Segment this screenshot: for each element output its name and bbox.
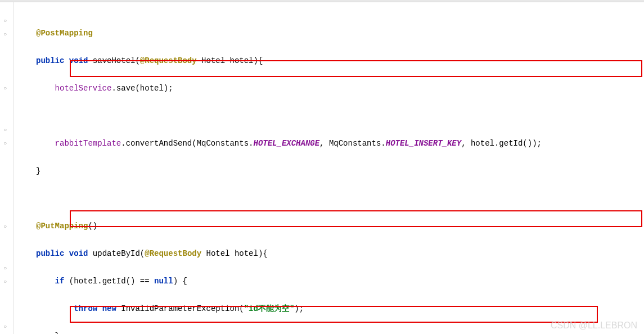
code-text: .convertAndSend(MqConstants. [121,139,253,148]
watermark: CSDN @LL.LEBRON [551,321,637,331]
annotation: @PutMapping [36,222,88,231]
annotation: @PostMapping [36,29,93,38]
code-text: (hotel.getId() == [64,277,154,286]
gutter-marker-icon: ○ [3,18,10,25]
brace: } [55,332,60,335]
keyword: null [154,277,173,286]
gutter-marker-icon: ○ [3,141,10,147]
field-ref: hotelService [55,84,112,93]
code-text: , hotel.getId()); [461,139,542,148]
code-text: updateById( [88,249,145,258]
field-ref: rabbitTemplate [55,139,121,148]
code-text: InvalidParameterException( [116,304,244,313]
brace: } [36,166,40,175]
code-text: Hotel hotel){ [201,249,268,258]
gutter-marker-icon: ○ [3,85,10,92]
code-text: .save(hotel); [111,84,173,93]
keyword: new [102,304,116,313]
editor-container: ○ ○ ○ ○ ○ ○ ○ ○ ○ @PostMapping public vo… [0,2,644,334]
keyword: void [69,56,88,65]
code-text: saveHotel( [88,56,139,65]
annotation: @RequestBody [140,56,197,65]
string-literal: "id不能为空" [244,304,295,313]
code-text: () [88,222,97,231]
code-text: ); [294,304,304,313]
keyword: void [69,249,88,258]
gutter-marker-icon: ○ [3,265,10,272]
code-text: ) { [173,277,187,286]
gutter-marker-icon: ○ [3,324,10,331]
static-const: HOTEL_INSERT_KEY [386,139,461,148]
code-text: , MqConstants. [319,139,386,148]
gutter: ○ ○ ○ ○ ○ ○ ○ ○ ○ [0,2,13,334]
gutter-marker-icon: ○ [3,31,10,38]
keyword: public [36,249,64,258]
keyword: if [55,277,65,286]
code-editor[interactable]: @PostMapping public void saveHotel(@Requ… [13,2,644,334]
gutter-marker-icon: ○ [3,279,10,286]
keyword: public [36,56,64,65]
code-text: Hotel hotel){ [197,56,263,65]
static-const: HOTEL_EXCHANGE [253,139,319,148]
gutter-marker-icon: ○ [3,224,10,231]
keyword: throw [74,304,97,313]
annotation: @RequestBody [145,249,201,258]
gutter-marker-icon: ○ [3,127,10,134]
